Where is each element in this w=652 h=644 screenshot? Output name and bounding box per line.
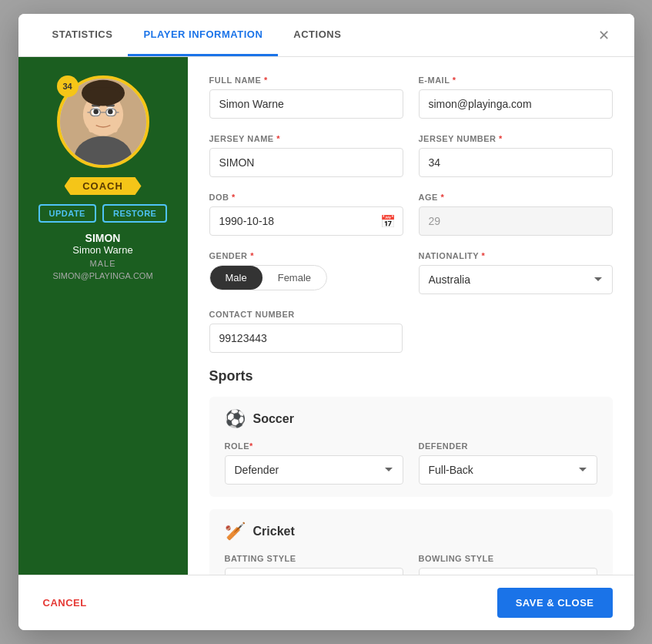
modal-footer: CANCEL SAVE & CLOSE	[18, 575, 634, 630]
group-full-name: FULL NAME *	[209, 75, 403, 119]
sports-section-title: Sports	[209, 368, 613, 384]
sport-card-soccer: ⚽ Soccer ROLE* Defender	[209, 397, 613, 497]
tabs-bar: STATISTICS PLAYER INFORMATION ACTIONS ✕	[18, 14, 634, 57]
role-banner: COACH	[65, 177, 142, 195]
label-jersey-name: JERSEY NAME *	[209, 134, 403, 143]
svg-point-6	[93, 109, 99, 115]
row-gender-nationality: GENDER * Male Female NATIONALITY * Austr…	[209, 251, 613, 294]
form-area: FULL NAME * E-MAIL * J	[188, 57, 634, 575]
sport-name-cricket: Cricket	[253, 525, 295, 538]
row-name-email: FULL NAME * E-MAIL *	[209, 75, 613, 119]
row-dob-age: DOB * 📅 AGE *	[209, 193, 613, 236]
input-contact[interactable]	[209, 324, 403, 353]
label-nationality: NATIONALITY *	[419, 251, 613, 260]
sidebar: 34 COACH UPDATE RESTORE SIMON Simon Warn…	[18, 57, 188, 575]
tab-statistics[interactable]: STATISTICS	[37, 15, 129, 56]
select-batting-style[interactable]: Left Handed	[225, 568, 403, 575]
cancel-button[interactable]: CANCEL	[40, 589, 90, 616]
group-email: E-MAIL *	[419, 75, 613, 119]
select-soccer-sub[interactable]: Full-Back	[419, 455, 597, 485]
input-dob[interactable]	[209, 206, 403, 236]
input-jersey-name[interactable]	[209, 148, 403, 177]
group-nationality: NATIONALITY * Australia	[419, 251, 613, 294]
row-jersey: JERSEY NAME * JERSEY NUMBER *	[209, 134, 613, 177]
group-soccer-role: ROLE* Defender	[225, 441, 403, 485]
label-contact: CONTACT NUMBER	[209, 310, 403, 319]
restore-button[interactable]: RESTORE	[102, 204, 167, 223]
label-batting-style: BATTING STYLE	[225, 554, 403, 563]
input-age	[419, 206, 613, 236]
sport-header-soccer: ⚽ Soccer	[225, 409, 597, 429]
select-bowling-style[interactable]: Right Arm Pace	[419, 568, 597, 575]
modal-overlay: STATISTICS PLAYER INFORMATION ACTIONS ✕	[0, 0, 652, 644]
svg-point-7	[108, 109, 113, 115]
label-soccer-role: ROLE*	[225, 441, 403, 451]
label-jersey-number: JERSEY NUMBER *	[419, 134, 613, 143]
cricket-fields: BATTING STYLE Left Handed BOWLING STYLE …	[225, 554, 597, 575]
sidebar-actions: UPDATE RESTORE	[38, 204, 168, 223]
select-nationality[interactable]: Australia	[419, 265, 613, 294]
modal-body: 34 COACH UPDATE RESTORE SIMON Simon Warn…	[18, 57, 634, 575]
label-age: AGE *	[419, 193, 613, 202]
group-soccer-sub: DEFENDER Full-Back	[419, 441, 597, 485]
group-jersey-name: JERSEY NAME *	[209, 134, 403, 177]
soccer-fields: ROLE* Defender DEFENDER Full-Back	[225, 441, 597, 485]
update-button[interactable]: UPDATE	[38, 204, 96, 223]
cricket-icon: 🏏	[225, 522, 246, 542]
calendar-icon[interactable]: 📅	[380, 214, 396, 229]
input-jersey-number[interactable]	[419, 148, 613, 177]
save-close-button[interactable]: SAVE & CLOSE	[497, 588, 613, 618]
gender-toggle: Male Female	[209, 265, 328, 290]
avatar-container: 34	[57, 75, 149, 168]
group-bowling-style: BOWLING STYLE Right Arm Pace	[419, 554, 597, 575]
group-contact: CONTACT NUMBER	[209, 310, 403, 353]
gender-female-option[interactable]: Female	[262, 266, 326, 290]
modal-container: STATISTICS PLAYER INFORMATION ACTIONS ✕	[18, 14, 634, 630]
label-soccer-sub: DEFENDER	[419, 441, 597, 451]
tab-actions[interactable]: ACTIONS	[278, 15, 356, 56]
gender-male-option[interactable]: Male	[210, 266, 262, 290]
group-batting-style: BATTING STYLE Left Handed	[225, 554, 403, 575]
group-gender: GENDER * Male Female	[209, 251, 403, 294]
soccer-icon: ⚽	[225, 409, 246, 429]
svg-rect-3	[89, 118, 117, 132]
label-gender: GENDER *	[209, 251, 403, 260]
label-full-name: FULL NAME *	[209, 75, 403, 85]
row-contact: CONTACT NUMBER	[209, 310, 613, 353]
select-soccer-role[interactable]: Defender	[225, 455, 403, 485]
sidebar-gender: MALE	[90, 259, 116, 268]
sidebar-username: SIMON	[85, 232, 121, 244]
sport-header-cricket: 🏏 Cricket	[225, 522, 597, 542]
label-dob: DOB *	[209, 193, 403, 202]
label-bowling-style: BOWLING STYLE	[419, 554, 597, 563]
group-dob: DOB * 📅	[209, 193, 403, 236]
group-age: AGE *	[419, 193, 613, 236]
sport-name-soccer: Soccer	[253, 412, 294, 426]
tab-player-information[interactable]: PLAYER INFORMATION	[128, 15, 278, 56]
input-email[interactable]	[419, 89, 613, 119]
dob-input-wrapper: 📅	[209, 206, 403, 236]
sidebar-fullname: Simon Warne	[72, 244, 132, 256]
sidebar-email: SIMON@PLAYINGA.COM	[52, 271, 152, 280]
group-jersey-number: JERSEY NUMBER *	[419, 134, 613, 177]
player-number-badge: 34	[57, 75, 79, 97]
close-button[interactable]: ✕	[592, 24, 616, 47]
input-full-name[interactable]	[209, 89, 403, 119]
label-email: E-MAIL *	[419, 75, 613, 85]
sport-card-cricket: 🏏 Cricket BATTING STYLE Left Handed BOWL…	[209, 509, 613, 575]
